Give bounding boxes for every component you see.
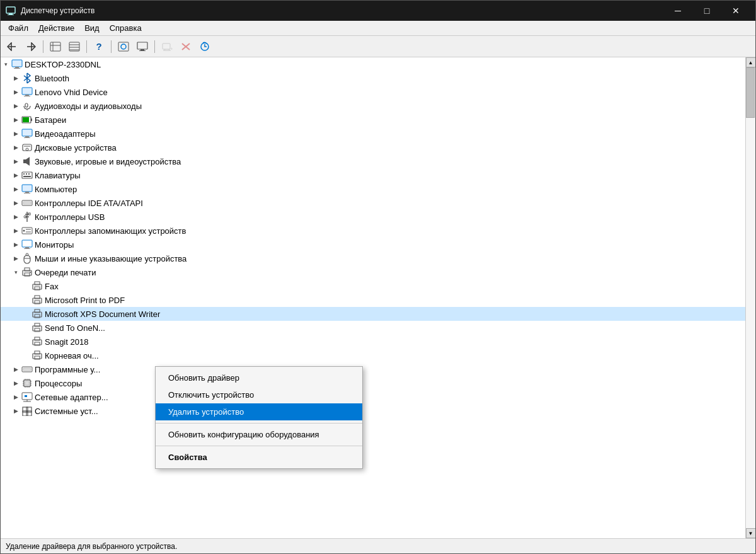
icon-xps [31, 308, 43, 320]
icon-storage [21, 224, 33, 237]
expand-video[interactable]: ▶ [11, 127, 21, 141]
tree-keyboard[interactable]: ▶ Клавиатуры [1, 168, 745, 182]
menu-file[interactable]: Файл [3, 22, 33, 34]
toolbar-tree-view[interactable] [47, 38, 64, 55]
usb-label: Контроллеры USB [35, 212, 105, 222]
bluetooth-label: Bluetooth [35, 74, 69, 83]
toolbar-forward[interactable] [22, 38, 40, 55]
tree-software[interactable]: ▶ Программные у... [1, 362, 745, 376]
tree-processor[interactable]: ▶ Процессоры [1, 376, 745, 390]
toolbar-monitor[interactable] [134, 38, 151, 55]
svg-rect-116 [26, 411, 32, 416]
menu-action[interactable]: Действие [33, 22, 79, 34]
pdf-label: Microsoft Print to PDF [45, 296, 125, 305]
close-button[interactable]: ✕ [721, 1, 750, 21]
tree-video[interactable]: ▶ Видеоадаптеры [1, 127, 745, 141]
tree-sound[interactable]: ▶ Звуковые, игровые и видеоустройства [1, 154, 745, 168]
expand-bluetooth[interactable]: ▶ [11, 71, 21, 85]
tree-snagit[interactable]: ▶ Snagit 2018 [1, 335, 745, 349]
expand-lenovo[interactable]: ▶ [11, 85, 21, 99]
toolbar-icon5[interactable] [115, 38, 132, 55]
ctx-uninstall-device[interactable]: Удалить устройство [156, 403, 362, 420]
svg-point-62 [23, 230, 25, 232]
expand-usb[interactable]: ▶ [11, 210, 21, 224]
svg-marker-45 [26, 157, 30, 166]
audio-label: Аудиовходы и аудиовыходы [35, 101, 142, 111]
tree-sendto[interactable]: ▶ Send To OneN... [1, 321, 745, 335]
network-label: Сетевые адаптер... [35, 393, 108, 402]
svg-rect-51 [22, 185, 32, 192]
tree-fax[interactable]: ▶ Fax [1, 279, 745, 293]
expand-storage[interactable]: ▶ [11, 224, 21, 238]
expand-network[interactable]: ▶ [11, 390, 21, 404]
icon-network [21, 391, 33, 403]
toolbar-remove[interactable] [177, 38, 195, 55]
icon-audio [21, 100, 33, 112]
tree-xps[interactable]: ▶ Microsoft XPS Document Writer [1, 307, 745, 321]
tree-network[interactable]: ▶ Сетевые адаптер... [1, 390, 745, 404]
ctx-update-driver[interactable]: Обновить драйвер [156, 369, 362, 386]
tree-system[interactable]: ▶ Системные уст... [1, 404, 745, 418]
expand-keyboard[interactable]: ▶ [11, 168, 21, 182]
scroll-up-arrow[interactable]: ▲ [746, 57, 756, 67]
icon-snagit [31, 335, 43, 348]
menu-help[interactable]: Справка [105, 22, 147, 34]
ctx-scan-hardware[interactable]: Обновить конфигурацию оборудования [156, 426, 362, 443]
tree-root[interactable]: ▾ DESKTOP-2330DNL [1, 57, 745, 71]
expand-system[interactable]: ▶ [11, 404, 21, 418]
tree-lenovo[interactable]: ▶ Lenovo Vhid Device [1, 85, 745, 99]
maximize-button[interactable]: □ [692, 1, 721, 21]
expand-printers[interactable]: ▾ [11, 265, 21, 279]
icon-system [21, 405, 33, 417]
toolbar-list-view[interactable] [66, 38, 83, 55]
svg-rect-55 [23, 202, 31, 204]
svg-rect-17 [140, 49, 144, 50]
tree-mouse[interactable]: ▶ Мыши и иные указывающие устройства [1, 251, 745, 265]
processor-label: Процессоры [35, 379, 82, 388]
device-tree[interactable]: ▾ DESKTOP-2330DNL ▶ Bluetooth ▶ [1, 57, 745, 538]
toolbar-sep-3 [111, 40, 112, 53]
tree-pdf[interactable]: ▶ Microsoft Print to PDF [1, 293, 745, 307]
expand-sound[interactable]: ▶ [11, 154, 21, 168]
tree-audio[interactable]: ▶ Аудиовходы и аудиовыходы [1, 99, 745, 113]
svg-rect-36 [23, 117, 29, 122]
scroll-thumb[interactable] [746, 67, 755, 118]
svg-rect-48 [26, 173, 27, 175]
expand-software[interactable]: ▶ [11, 362, 21, 376]
root-label: DESKTOP-2330DNL [25, 60, 101, 69]
tree-printers[interactable]: ▾ Очереди печати [1, 265, 745, 279]
expand-computer[interactable]: ▶ [11, 182, 21, 196]
sendto-label: Send To OneN... [45, 323, 105, 333]
tree-battery[interactable]: ▶ Батареи [1, 113, 745, 127]
expand-ide[interactable]: ▶ [11, 196, 21, 210]
svg-rect-40 [24, 137, 30, 138]
tree-usb[interactable]: ▶ Контроллеры USB [1, 210, 745, 224]
tree-storage[interactable]: ▶ Контроллеры запоминающих устройств [1, 224, 745, 238]
tree-rootqueue[interactable]: ▶ Корневая оч... [1, 349, 745, 362]
expand-processor[interactable]: ▶ [11, 376, 21, 390]
expand-monitors[interactable]: ▶ [11, 238, 21, 251]
scroll-track[interactable] [746, 67, 756, 528]
ctx-disable-device[interactable]: Отключить устройство [156, 386, 362, 403]
expand-disk[interactable]: ▶ [11, 141, 21, 154]
tree-ide[interactable]: ▶ Контроллеры IDE ATA/ATAPI [1, 196, 745, 210]
expand-mouse[interactable]: ▶ [11, 251, 21, 265]
toolbar-add-legacy[interactable]: + [158, 38, 176, 55]
scroll-down-arrow[interactable]: ▼ [746, 528, 756, 538]
tree-computer[interactable]: ▶ Компьютер [1, 182, 745, 196]
tree-bluetooth[interactable]: ▶ Bluetooth [1, 71, 745, 85]
expand-battery[interactable]: ▶ [11, 113, 21, 127]
vertical-scrollbar[interactable]: ▲ ▼ [745, 57, 755, 538]
ctx-properties[interactable]: Свойства [156, 449, 362, 466]
icon-video [21, 127, 33, 140]
expand-root[interactable]: ▾ [1, 57, 11, 71]
icon-computer2 [21, 183, 33, 195]
tree-disk[interactable]: ▶ Дисковые устройства [1, 141, 745, 154]
toolbar-update[interactable] [196, 38, 214, 55]
minimize-button[interactable]: ─ [663, 1, 692, 21]
tree-monitors[interactable]: ▶ Мониторы [1, 238, 745, 251]
expand-audio[interactable]: ▶ [11, 99, 21, 113]
toolbar-back[interactable] [3, 38, 21, 55]
menu-view[interactable]: Вид [79, 22, 105, 34]
toolbar-help[interactable]: ? [90, 38, 108, 55]
